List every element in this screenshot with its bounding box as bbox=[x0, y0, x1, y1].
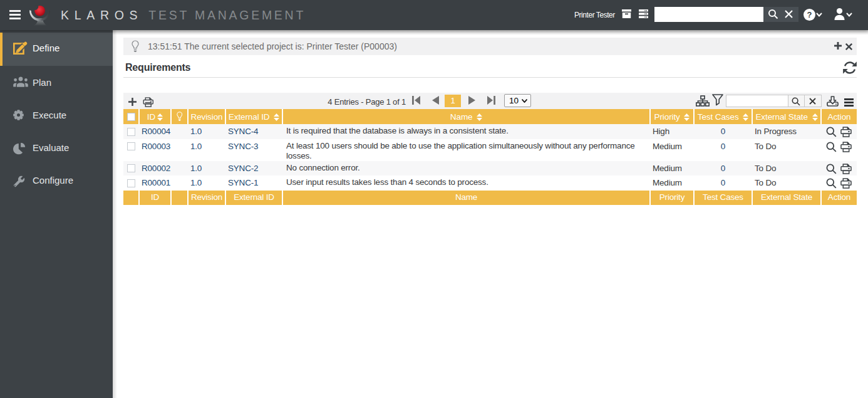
svg-text:?: ? bbox=[807, 10, 812, 19]
